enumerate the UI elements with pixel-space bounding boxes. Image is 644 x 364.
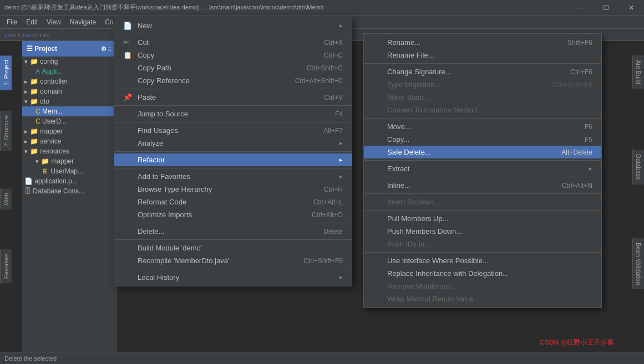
menu-file[interactable]: File — [2, 17, 22, 27]
ctx-find-usages[interactable]: Find Usages Alt+F7 — [114, 124, 352, 137]
ctx-refactor[interactable]: Refactor ▸ — [114, 153, 352, 166]
ctx-cut[interactable]: ✂ Cut Ctrl+X — [114, 36, 352, 49]
ctx-pull-members-up[interactable]: Pull Members Up... — [364, 212, 601, 225]
ctx-safe-delete[interactable]: Safe Delete... Alt+Delete — [364, 146, 601, 158]
sep-r7 — [364, 252, 601, 253]
watermark: CSDN @狂野小王子@慕 — [540, 338, 613, 347]
tree-item-application[interactable]: 📄 application.p... — [22, 176, 116, 186]
separator-7 — [114, 223, 352, 223]
minimize-button[interactable]: — — [567, 0, 593, 16]
ctx-remove-middleman: Remove Middleman... — [364, 280, 601, 293]
context-menu-refactor: Rename... Shift+F6 Rename File... Change… — [363, 33, 602, 308]
paste-icon: 📌 — [123, 93, 134, 101]
tree-item-dto[interactable]: ▾ 📁 dto — [22, 96, 116, 106]
ctx-jump-source[interactable]: Jump to Source F4 — [114, 107, 352, 120]
ctx-new-icon: 📄 — [123, 22, 134, 30]
ctx-invert-boolean: Invert Boolean... — [364, 196, 601, 208]
ctx-push-ids: Push IDs In... — [364, 238, 601, 250]
tree-item-mem[interactable]: C Mem... — [22, 106, 116, 116]
ctx-copy-reference[interactable]: Copy Reference Ctrl+Alt+Shift+C — [114, 74, 352, 87]
ctx-recompile[interactable]: Recompile 'MemberDto.java' Ctrl+Shift+F9 — [114, 254, 352, 267]
ctx-rename[interactable]: Rename... Shift+F6 — [364, 36, 601, 49]
ctx-paste[interactable]: 📌 Paste Ctrl+V — [114, 91, 352, 104]
separator-6 — [114, 168, 352, 168]
separator-1 — [114, 34, 352, 34]
tree-item-mapper2[interactable]: ▾ 📁 mapper — [22, 156, 116, 166]
menu-edit[interactable]: Edit — [22, 17, 42, 27]
ctx-replace-inheritance[interactable]: Replace Inheritance with Delegation... — [364, 267, 601, 280]
tree-item-userd[interactable]: C UserD... — [22, 116, 116, 126]
ctx-convert-instance: Convert To Instance Method... — [364, 104, 601, 116]
tab-database[interactable]: Database — [632, 150, 644, 184]
ctx-use-interface[interactable]: Use Interface Where Possible... — [364, 254, 601, 267]
ctx-local-history[interactable]: Local History ▸ — [114, 271, 352, 284]
ctx-push-members-down[interactable]: Push Members Down... — [364, 225, 601, 238]
ctx-delete[interactable]: Delete... Delete — [114, 225, 352, 238]
tree-item-resources[interactable]: ▾ 📁 resources — [22, 146, 116, 156]
ctx-inline[interactable]: Inline... Ctrl+Alt+N — [364, 179, 601, 192]
ctx-wrap-method: Wrap Method Return Value... — [364, 293, 601, 305]
menu-view[interactable]: View — [42, 17, 65, 27]
separator-2 — [114, 89, 352, 89]
title-text: demo [D:\慕课网\开发工具idea从入门到爱不释手\workspace\… — [4, 3, 324, 12]
sep-r3 — [364, 160, 601, 161]
tab-ant-build[interactable]: Ant Build — [632, 55, 644, 89]
menu-navigate[interactable]: Navigate — [65, 17, 100, 27]
cut-icon: ✂ — [123, 38, 134, 47]
sep-r5 — [364, 193, 601, 194]
ctx-copy[interactable]: 📋 Copy Ctrl+C — [114, 49, 352, 61]
ctx-change-signature[interactable]: Change Signature... Ctrl+F6 — [364, 65, 601, 78]
ctx-reformat[interactable]: Reformat Code Ctrl+Alt+L — [114, 196, 352, 208]
tree-item-controller[interactable]: ▸ 📁 controller — [22, 76, 116, 86]
copy-icon: 📋 — [123, 51, 134, 59]
tree-item-usermap[interactable]: 🗎 UserMap... — [22, 166, 116, 176]
context-menu-main: 📄 New ▸ ✂ Cut Ctrl+X 📋 Copy Ctrl+C Copy … — [114, 17, 352, 286]
separator-3 — [114, 105, 352, 106]
tree-item-service[interactable]: ▸ 📁 service — [22, 136, 116, 146]
tree-item-config[interactable]: ▾ 📁 config — [22, 57, 116, 66]
ctx-optimize-imports[interactable]: Optimize Imports Ctrl+Alt+O — [114, 208, 352, 221]
ctx-refactor-copy[interactable]: Copy... F5 — [364, 133, 601, 146]
ctx-build-module[interactable]: Build Module 'demo' — [114, 242, 352, 254]
ctx-browse-hierarchy[interactable]: Browse Type Hierarchy Ctrl+H — [114, 183, 352, 196]
status-bar: Delete the selected — [0, 352, 644, 364]
ctx-make-static: Make Static... — [364, 91, 601, 104]
tab-web[interactable]: Web — [0, 188, 12, 209]
tab-favorites[interactable]: Favorites — [0, 249, 12, 283]
ctx-copy-path[interactable]: Copy Path Ctrl+Shift+C — [114, 61, 352, 74]
project-header: ☰ Project ⚙ ≡ — [22, 41, 116, 57]
ctx-new[interactable]: 📄 New ▸ — [114, 19, 352, 32]
tab-project[interactable]: 1: Project — [0, 55, 12, 90]
ctx-type-migration: Type Migration... Ctrl+Shift+F6 — [364, 78, 601, 91]
ctx-extract[interactable]: Extract ▸ — [364, 162, 601, 175]
separator-5 — [114, 151, 352, 152]
separator-9 — [114, 269, 352, 269]
status-text: Delete the selected — [4, 355, 57, 362]
breadcrumb-item[interactable]: com — [4, 32, 16, 38]
tab-bean-validation[interactable]: Bean Validation — [632, 238, 644, 289]
sep-r2 — [364, 118, 601, 119]
tree-item-database[interactable]: 🗄 Database Cons... — [22, 186, 116, 196]
maximize-button[interactable]: ☐ — [593, 0, 618, 16]
sep-r6 — [364, 210, 601, 211]
title-bar: demo [D:\慕课网\开发工具idea从入门到爱不释手\workspace\… — [0, 0, 644, 16]
tab-structure[interactable]: 2: Structure — [0, 111, 12, 151]
tree-item-mapper[interactable]: ▸ 📁 mapper — [22, 126, 116, 136]
sep-r4 — [364, 177, 601, 177]
tree-item-appli[interactable]: A Appli... — [22, 66, 116, 76]
separator-8 — [114, 239, 352, 240]
separator-4 — [114, 122, 352, 122]
ctx-rename-file[interactable]: Rename File... — [364, 49, 601, 61]
tree-item-domain[interactable]: ▸ 📁 domain — [22, 86, 116, 96]
breadcrumb-item-de[interactable]: de — [43, 32, 49, 38]
project-panel: ☰ Project ⚙ ≡ ▾ 📁 config A Appli... ▸ 📁 … — [22, 41, 116, 364]
close-button[interactable]: ✕ — [618, 0, 644, 16]
ctx-analyze[interactable]: Analyze ▸ — [114, 137, 352, 150]
ctx-add-favorites[interactable]: Add to Favorites ▸ — [114, 170, 352, 183]
service-label: service — [40, 137, 61, 145]
ctx-move[interactable]: Move... F6 — [364, 120, 601, 133]
window-controls: — ☐ ✕ — [567, 0, 644, 16]
sep-r1 — [364, 63, 601, 64]
breadcrumb-item-imooc[interactable]: imooc — [21, 32, 37, 38]
